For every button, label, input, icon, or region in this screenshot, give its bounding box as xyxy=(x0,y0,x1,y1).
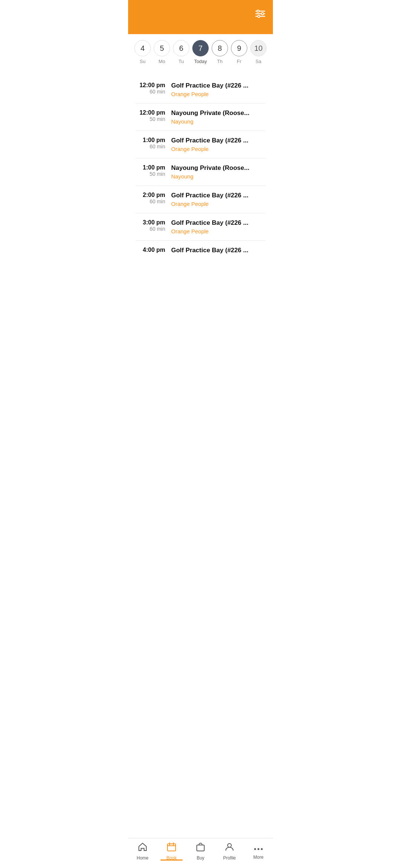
time-col: 1:00 pm 60 min xyxy=(136,137,165,149)
time-duration: 60 min xyxy=(150,144,165,149)
item-title: Golf Practice Bay (#226 ... xyxy=(171,192,265,199)
item-subtitle: Orange People xyxy=(171,146,265,152)
day-label-5: Mo xyxy=(159,59,165,64)
time-col: 12:00 pm 50 min xyxy=(136,109,165,122)
calendar-day-8[interactable]: 8 Th xyxy=(211,40,228,64)
calendar-day-7[interactable]: 7 Today xyxy=(192,40,209,64)
item-subtitle: Orange People xyxy=(171,91,265,97)
calendar-days: 4 Su 5 Mo 6 Tu 7 Today 8 Th 9 Fr 10 Sa xyxy=(134,40,267,64)
item-subtitle: Nayoung xyxy=(171,118,265,125)
time-main: 1:00 pm xyxy=(143,164,165,171)
day-number-6: 6 xyxy=(173,40,189,56)
info-col: Golf Practice Bay (#226 ... Orange Peopl… xyxy=(171,219,265,234)
time-duration: 60 min xyxy=(150,198,165,204)
calendar-day-6[interactable]: 6 Tu xyxy=(173,40,190,64)
day-number-8: 8 xyxy=(212,40,228,56)
schedule-item[interactable]: 3:00 pm 60 min Golf Practice Bay (#226 .… xyxy=(136,213,265,241)
date-heading xyxy=(128,67,273,76)
info-col: Nayoung Private (Roose... Nayoung xyxy=(171,109,265,125)
day-number-10: 10 xyxy=(250,40,267,56)
item-title: Golf Practice Bay (#226 ... xyxy=(171,219,265,227)
schedule-item[interactable]: 4:00 pm Golf Practice Bay (#226 ... xyxy=(136,241,265,260)
app-header xyxy=(128,7,273,26)
schedule-list: 12:00 pm 60 min Golf Practice Bay (#226 … xyxy=(128,76,273,260)
info-col: Golf Practice Bay (#226 ... Orange Peopl… xyxy=(171,192,265,207)
item-title: Golf Practice Bay (#226 ... xyxy=(171,247,265,254)
day-label-8: Th xyxy=(217,59,222,64)
item-title: Nayoung Private (Roose... xyxy=(171,109,265,117)
item-title: Golf Practice Bay (#226 ... xyxy=(171,82,265,89)
item-subtitle: Orange People xyxy=(171,228,265,234)
time-col: 1:00 pm 50 min xyxy=(136,164,165,177)
time-main: 4:00 pm xyxy=(143,247,165,253)
day-label-4: Su xyxy=(140,59,146,64)
day-label-9: Fr xyxy=(237,59,241,64)
schedule-item[interactable]: 1:00 pm 50 min Nayoung Private (Roose...… xyxy=(136,158,265,186)
info-col: Golf Practice Bay (#226 ... xyxy=(171,247,265,254)
calendar-day-4[interactable]: 4 Su xyxy=(134,40,151,64)
time-duration: 50 min xyxy=(150,171,165,177)
day-number-9: 9 xyxy=(231,40,247,56)
time-duration: 50 min xyxy=(150,116,165,122)
schedule-item[interactable]: 12:00 pm 50 min Nayoung Private (Roose..… xyxy=(136,103,265,131)
item-subtitle: Orange People xyxy=(171,201,265,207)
day-number-5: 5 xyxy=(154,40,170,56)
svg-point-3 xyxy=(257,10,259,12)
time-col: 12:00 pm 60 min xyxy=(136,82,165,95)
time-duration: 60 min xyxy=(150,89,165,95)
schedule-item[interactable]: 1:00 pm 60 min Golf Practice Bay (#226 .… xyxy=(136,131,265,158)
calendar-day-9[interactable]: 9 Fr xyxy=(231,40,248,64)
time-main: 2:00 pm xyxy=(143,192,165,198)
schedule-item[interactable]: 2:00 pm 60 min Golf Practice Bay (#226 .… xyxy=(136,186,265,213)
day-number-4: 4 xyxy=(134,40,151,56)
calendar-section: 4 Su 5 Mo 6 Tu 7 Today 8 Th 9 Fr 10 Sa xyxy=(128,34,273,67)
info-col: Golf Practice Bay (#226 ... Orange Peopl… xyxy=(171,82,265,97)
time-main: 1:00 pm xyxy=(143,137,165,144)
time-main: 12:00 pm xyxy=(140,82,165,89)
time-duration: 60 min xyxy=(150,226,165,232)
filter-icon[interactable] xyxy=(255,10,265,20)
info-col: Nayoung Private (Roose... Nayoung xyxy=(171,164,265,180)
time-main: 3:00 pm xyxy=(143,219,165,226)
svg-point-5 xyxy=(258,15,260,17)
day-label-6: Tu xyxy=(179,59,184,64)
info-col: Golf Practice Bay (#226 ... Orange Peopl… xyxy=(171,137,265,152)
day-label-7: Today xyxy=(194,59,207,64)
item-title: Golf Practice Bay (#226 ... xyxy=(171,137,265,144)
item-subtitle: Nayoung xyxy=(171,173,265,180)
time-col: 4:00 pm xyxy=(136,247,165,253)
calendar-day-5[interactable]: 5 Mo xyxy=(153,40,170,64)
item-title: Nayoung Private (Roose... xyxy=(171,164,265,172)
day-label-10: Sa xyxy=(255,59,261,64)
time-main: 12:00 pm xyxy=(140,109,165,116)
svg-point-4 xyxy=(261,13,264,15)
time-col: 3:00 pm 60 min xyxy=(136,219,165,232)
calendar-day-10[interactable]: 10 Sa xyxy=(250,40,267,64)
status-bar xyxy=(128,0,273,7)
time-col: 2:00 pm 60 min xyxy=(136,192,165,204)
schedule-item[interactable]: 12:00 pm 60 min Golf Practice Bay (#226 … xyxy=(136,76,265,103)
day-number-7: 7 xyxy=(192,40,209,56)
tab-row xyxy=(128,26,273,34)
